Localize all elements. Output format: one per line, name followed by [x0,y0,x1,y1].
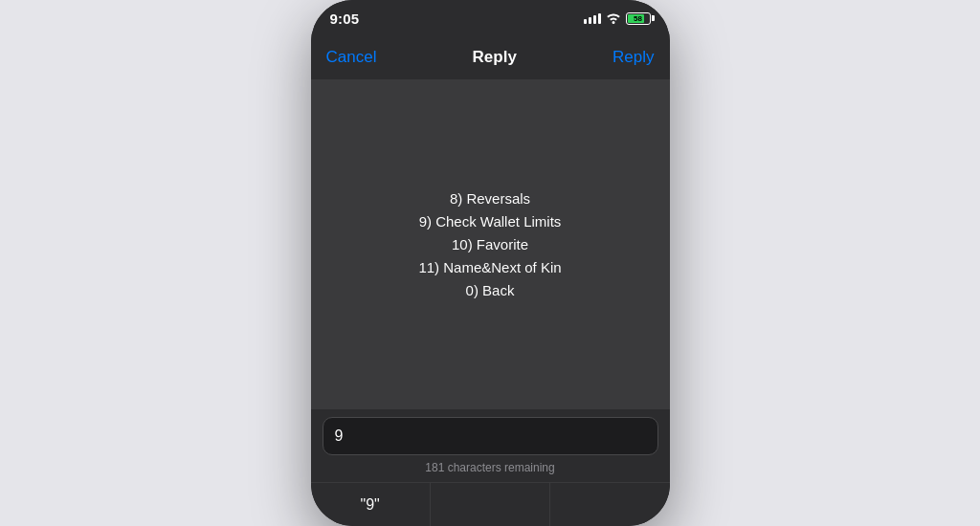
nav-title: Reply [473,48,517,67]
nav-bar: Cancel Reply Reply [311,34,670,80]
suggestion-item-empty-1 [431,483,550,526]
message-line: 10) Favorite [418,233,561,256]
signal-icon [584,13,601,24]
message-line: 8) Reversals [418,187,561,210]
status-time: 9:05 [330,11,360,27]
message-area: 8) Reversals9) Check Wallet Limits10) Fa… [311,80,670,409]
reply-button[interactable]: Reply [612,48,654,67]
message-line: 9) Check Wallet Limits [418,210,561,233]
status-icons: 58 [584,11,651,27]
reply-input[interactable] [323,417,658,455]
status-bar: 9:05 58 [311,0,670,34]
phone-frame: 9:05 58 Cancel Reply R [311,0,670,526]
message-line: 0) Back [418,279,561,302]
message-line: 11) Name&Next of Kin [418,256,561,279]
keyboard-suggestion-bar: "9" [311,482,670,526]
suggestion-item-empty-2 [550,483,669,526]
battery-icon: 58 [626,12,651,25]
message-text: 8) Reversals9) Check Wallet Limits10) Fa… [418,187,561,302]
cancel-button[interactable]: Cancel [326,48,377,67]
suggestion-item-9[interactable]: "9" [311,483,431,526]
char-remaining: 181 characters remaining [323,461,658,474]
input-area: 181 characters remaining [311,409,670,482]
wifi-icon [606,11,621,27]
